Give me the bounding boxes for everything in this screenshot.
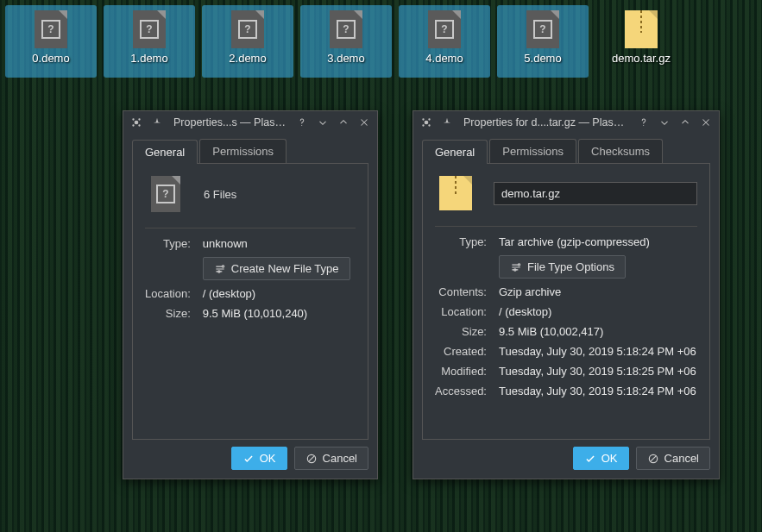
tabs: General Permissions Checksums bbox=[413, 134, 719, 163]
pin-icon[interactable] bbox=[439, 115, 455, 130]
svg-point-1 bbox=[132, 118, 134, 120]
location-label: Location: bbox=[145, 287, 191, 300]
maximize-icon[interactable] bbox=[677, 115, 693, 130]
desktop-file-item[interactable]: ?0.demo bbox=[5, 5, 97, 78]
file-icon: ? bbox=[145, 176, 186, 212]
unknown-file-icon: ? bbox=[327, 10, 365, 48]
svg-point-2 bbox=[138, 118, 140, 120]
desktop-file-item[interactable]: ?3.demo bbox=[300, 5, 392, 78]
svg-point-15 bbox=[518, 263, 520, 265]
created-value: Tuesday, July 30, 2019 5:18:24 PM +06 bbox=[499, 345, 697, 358]
size-value: 9.5 MiB (10,010,240) bbox=[203, 307, 356, 320]
pin-icon[interactable] bbox=[149, 115, 165, 130]
size-value: 9.5 MiB (10,002,417) bbox=[499, 325, 697, 338]
desktop-file-label: 1.demo bbox=[130, 52, 167, 65]
file-summary: 6 Files bbox=[204, 188, 236, 201]
desktop-file-item[interactable]: demo.tar.gz bbox=[595, 5, 687, 78]
desktop: ?0.demo?1.demo?2.demo?3.demo?4.demo?5.de… bbox=[0, 0, 762, 83]
filename-input[interactable] bbox=[494, 182, 697, 205]
accessed-label: Accessed: bbox=[435, 385, 487, 397]
contents-label: Contents: bbox=[435, 285, 487, 298]
separator bbox=[145, 228, 356, 228]
contents-value: Gzip archive bbox=[499, 285, 697, 298]
tab-checksums[interactable]: Checksums bbox=[578, 139, 663, 163]
dialog-buttons: OK Cancel bbox=[413, 447, 719, 479]
svg-point-6 bbox=[222, 265, 224, 266]
titlebar: Properties for d....tar.gz — Plasma bbox=[413, 111, 719, 134]
desktop-file-label: 5.demo bbox=[524, 52, 561, 65]
desktop-file-label: 3.demo bbox=[327, 52, 364, 65]
maximize-icon[interactable] bbox=[336, 115, 351, 130]
close-icon[interactable] bbox=[698, 115, 714, 130]
svg-point-3 bbox=[132, 124, 134, 126]
size-label: Size: bbox=[145, 307, 191, 320]
tab-permissions[interactable]: Permissions bbox=[199, 139, 287, 163]
properties-dialog-single: Properties for d....tar.gz — Plasma Gene… bbox=[412, 110, 720, 479]
svg-point-14 bbox=[643, 125, 644, 126]
tabs: General Permissions bbox=[123, 134, 377, 163]
cancel-button[interactable]: Cancel bbox=[294, 447, 368, 470]
help-icon[interactable] bbox=[294, 115, 310, 130]
desktop-file-label: 4.demo bbox=[425, 52, 463, 65]
archive-file-icon bbox=[622, 10, 660, 48]
desktop-file-item[interactable]: ?4.demo bbox=[399, 5, 490, 78]
desktop-file-item[interactable]: ?5.demo bbox=[497, 5, 589, 78]
app-menu-icon[interactable] bbox=[419, 115, 434, 130]
unknown-file-icon: ? bbox=[229, 10, 267, 48]
tab-panel-general: ? 6 Files Type: unknown Create New File … bbox=[132, 163, 368, 440]
svg-point-11 bbox=[428, 118, 430, 120]
svg-point-0 bbox=[135, 121, 139, 125]
desktop-file-item[interactable]: ?2.demo bbox=[202, 5, 293, 78]
titlebar: Properties...s — Plasma bbox=[123, 111, 377, 134]
type-label: Type: bbox=[145, 237, 191, 250]
unknown-file-icon: ? bbox=[524, 10, 562, 48]
type-value: unknown bbox=[203, 237, 356, 250]
cancel-button[interactable]: Cancel bbox=[636, 447, 710, 470]
svg-point-12 bbox=[422, 124, 424, 126]
file-icon bbox=[435, 176, 476, 210]
svg-point-10 bbox=[422, 118, 424, 120]
modified-label: Modified: bbox=[435, 365, 487, 378]
type-value: Tar archive (gzip-compressed) bbox=[499, 235, 697, 248]
type-label: Type: bbox=[435, 235, 487, 248]
tab-panel-general: Type: Tar archive (gzip-compressed) File… bbox=[422, 163, 710, 440]
unknown-file-icon: ? bbox=[130, 10, 168, 48]
desktop-file-label: demo.tar.gz bbox=[612, 52, 671, 65]
unknown-file-icon: ? bbox=[425, 10, 463, 48]
location-value: / (desktop) bbox=[499, 305, 697, 318]
ok-button[interactable]: OK bbox=[231, 447, 287, 470]
created-label: Created: bbox=[435, 345, 487, 358]
modified-value: Tuesday, July 30, 2019 5:18:25 PM +06 bbox=[499, 365, 697, 378]
file-type-options-button[interactable]: File Type Options bbox=[499, 255, 626, 279]
properties-dialog-multi: Properties...s — Plasma General Permissi… bbox=[123, 110, 378, 479]
svg-point-13 bbox=[428, 124, 430, 126]
location-value: / (desktop) bbox=[203, 287, 356, 300]
close-icon[interactable] bbox=[356, 115, 372, 130]
help-icon[interactable] bbox=[636, 115, 652, 130]
window-title: Properties...s — Plasma bbox=[170, 116, 289, 128]
location-label: Location: bbox=[435, 305, 487, 318]
minimize-icon[interactable] bbox=[657, 115, 672, 130]
window-title: Properties for d....tar.gz — Plasma bbox=[460, 116, 631, 128]
dialog-buttons: OK Cancel bbox=[123, 447, 377, 479]
ok-button[interactable]: OK bbox=[573, 447, 629, 470]
tab-general[interactable]: General bbox=[422, 140, 488, 164]
tab-permissions[interactable]: Permissions bbox=[489, 139, 576, 163]
minimize-icon[interactable] bbox=[315, 115, 331, 130]
desktop-file-label: 0.demo bbox=[32, 52, 69, 65]
svg-point-4 bbox=[138, 124, 140, 126]
tab-general[interactable]: General bbox=[132, 140, 198, 164]
size-label: Size: bbox=[435, 325, 487, 338]
desktop-file-label: 2.demo bbox=[229, 52, 266, 65]
accessed-value: Tuesday, July 30, 2019 5:18:24 PM +06 bbox=[499, 385, 697, 397]
svg-point-5 bbox=[301, 125, 302, 126]
separator bbox=[435, 226, 697, 227]
create-file-type-button[interactable]: Create New File Type bbox=[203, 257, 350, 280]
unknown-file-icon: ? bbox=[32, 10, 70, 48]
desktop-file-item[interactable]: ?1.demo bbox=[104, 5, 195, 78]
app-menu-icon[interactable] bbox=[129, 115, 144, 130]
svg-point-9 bbox=[425, 121, 429, 125]
